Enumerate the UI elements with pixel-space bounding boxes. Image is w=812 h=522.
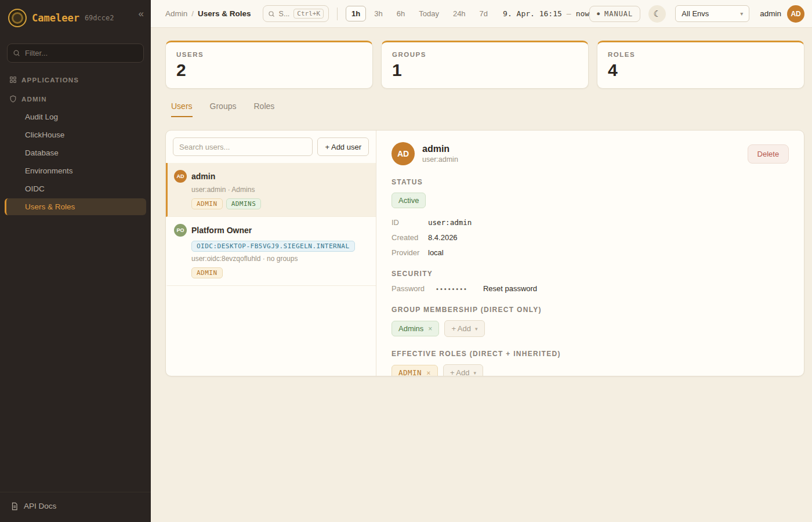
logo-icon: [8, 9, 27, 27]
sidebar: Cameleer 69dcce2 « APPLICATIONS ADMIN Au…: [0, 0, 151, 522]
oidc-provider-badge: OIDC:DESKTOP-FB5VGJ9.SIEGELN.INTERNAL: [191, 241, 355, 252]
section-applications: APPLICATIONS: [0, 68, 151, 88]
stat-card-users: USERS 2: [165, 41, 373, 89]
date-from: 9. Apr. 16:15: [503, 9, 562, 18]
role-chip-label: ADMIN: [398, 368, 422, 376]
global-search[interactable]: S... Ctrl+K: [263, 5, 329, 22]
api-docs-link[interactable]: API Docs: [0, 492, 151, 522]
tab-users[interactable]: Users: [171, 102, 193, 117]
group-membership-section-title: GROUP MEMBERSHIP (DIRECT ONLY): [392, 306, 789, 314]
remove-group-icon[interactable]: ×: [428, 325, 432, 333]
password-mask: ••••••••: [436, 285, 468, 292]
chevron-down-icon: ▾: [740, 10, 743, 17]
time-range-3h[interactable]: 3h: [368, 6, 388, 21]
grid-icon: [9, 76, 17, 84]
detail-user-id: user:admin: [422, 155, 458, 164]
add-user-button[interactable]: + Add user: [317, 137, 369, 156]
sidebar-item-users-roles[interactable]: Users & Roles: [5, 198, 146, 215]
field-label-id: ID: [392, 218, 428, 227]
field-label-created: Created: [392, 233, 428, 242]
user-subtitle: user:admin · Admins: [191, 186, 368, 194]
date-range[interactable]: 9. Apr. 16:15 — now: [503, 9, 589, 18]
avatar: AD: [174, 170, 187, 183]
group-badge: ADMINS: [226, 198, 262, 209]
logo-text: Cameleer: [32, 12, 79, 24]
refresh-mode-label: MANUAL: [604, 10, 633, 18]
role-chip-admin: ADMIN ×: [392, 365, 438, 376]
section-applications-label: APPLICATIONS: [21, 77, 79, 84]
user-avatar[interactable]: AD: [787, 5, 804, 23]
status-dot-icon: ●: [597, 12, 600, 16]
effective-roles-section-title: EFFECTIVE ROLES (DIRECT + INHERITED): [392, 350, 789, 358]
search-shortcut: Ctrl+K: [293, 9, 324, 19]
stat-label: USERS: [176, 51, 362, 58]
sidebar-item-environments[interactable]: Environments: [5, 162, 146, 179]
stat-value: 1: [392, 60, 578, 80]
time-range-7d[interactable]: 7d: [474, 6, 494, 21]
password-label: Password: [392, 284, 425, 293]
sidebar-item-oidc[interactable]: OIDC: [5, 180, 146, 197]
user-detail-panel: AD admin user:admin Delete STATUS Active…: [376, 130, 804, 376]
current-username: admin: [760, 9, 781, 18]
time-range-today[interactable]: Today: [413, 6, 445, 21]
sidebar-item-clickhouse[interactable]: ClickHouse: [5, 126, 146, 143]
section-admin-label: ADMIN: [21, 96, 47, 103]
sidebar-item-database[interactable]: Database: [5, 144, 146, 161]
stats-row: USERS 2 GROUPS 1 ROLES 4: [165, 41, 804, 89]
add-role-label: + Add: [450, 368, 470, 376]
security-section-title: SECURITY: [392, 270, 789, 278]
global-search-placeholder: S...: [279, 10, 290, 18]
time-range-1h[interactable]: 1h: [346, 6, 366, 21]
user-name: Platform Owner: [191, 226, 252, 235]
environment-selected-value: All Envs: [682, 9, 709, 18]
users-panel: + Add user AD admin user:admin · Admins …: [165, 130, 804, 376]
refresh-mode-button[interactable]: ● MANUAL: [589, 6, 640, 22]
group-chip-admins: Admins ×: [392, 321, 439, 336]
sidebar-item-audit-log[interactable]: Audit Log: [5, 108, 146, 125]
time-range-24h[interactable]: 24h: [447, 6, 472, 21]
environment-select[interactable]: All Envs ▾: [675, 5, 749, 22]
user-list-item-platform-owner[interactable]: PO Platform Owner OIDC:DESKTOP-FB5VGJ9.S…: [166, 217, 376, 286]
divider: [337, 8, 338, 20]
delete-user-button[interactable]: Delete: [748, 144, 789, 164]
remove-role-icon[interactable]: ×: [426, 369, 431, 377]
stat-value: 4: [608, 60, 793, 80]
detail-fields: ID user:admin Created 8.4.2026 Provider …: [392, 218, 789, 257]
field-label-provider: Provider: [392, 248, 428, 257]
tab-roles[interactable]: Roles: [253, 102, 274, 117]
detail-user-name: admin: [422, 144, 458, 154]
user-name: admin: [191, 172, 215, 181]
user-list-column: + Add user AD admin user:admin · Admins …: [166, 130, 376, 376]
password-row: Password •••••••• Reset password: [392, 284, 789, 293]
add-group-button[interactable]: + Add ▾: [444, 320, 484, 337]
status-section-title: STATUS: [392, 178, 789, 186]
user-subtitle: user:oidc:8evzqofluhld · no groups: [191, 255, 368, 263]
stat-label: ROLES: [608, 51, 793, 58]
time-range-6h[interactable]: 6h: [391, 6, 411, 21]
date-separator: —: [567, 9, 571, 18]
group-membership-row: Admins × + Add ▾: [392, 320, 789, 337]
field-value-id: user:admin: [428, 218, 789, 227]
dark-mode-toggle[interactable]: ☾: [648, 5, 666, 23]
app-logo: Cameleer 69dcce2 «: [0, 0, 151, 35]
role-badge: ADMIN: [191, 198, 223, 209]
user-list-item-admin[interactable]: AD admin user:admin · Admins ADMIN ADMIN…: [166, 163, 376, 217]
section-admin: ADMIN: [0, 88, 151, 107]
time-range-group: 1h 3h 6h Today 24h 7d: [346, 6, 494, 21]
tab-groups[interactable]: Groups: [210, 102, 237, 117]
sidebar-collapse-button[interactable]: «: [139, 8, 144, 20]
add-role-button[interactable]: + Add ▾: [443, 364, 483, 376]
field-value-created: 8.4.2026: [428, 233, 789, 242]
shield-icon: [9, 95, 17, 103]
reset-password-link[interactable]: Reset password: [483, 284, 537, 293]
main-area: Admin / Users & Roles S... Ctrl+K 1h 3h …: [151, 0, 812, 522]
sidebar-filter: [7, 44, 144, 63]
chevron-down-icon: ▾: [475, 326, 478, 332]
breadcrumb-separator: /: [191, 9, 194, 18]
field-value-provider: local: [428, 248, 789, 257]
search-icon: [268, 10, 275, 17]
tabs: Users Groups Roles: [165, 102, 804, 117]
sidebar-filter-input[interactable]: [7, 44, 144, 63]
user-search-input[interactable]: [173, 137, 313, 156]
breadcrumb-admin[interactable]: Admin: [165, 9, 187, 18]
